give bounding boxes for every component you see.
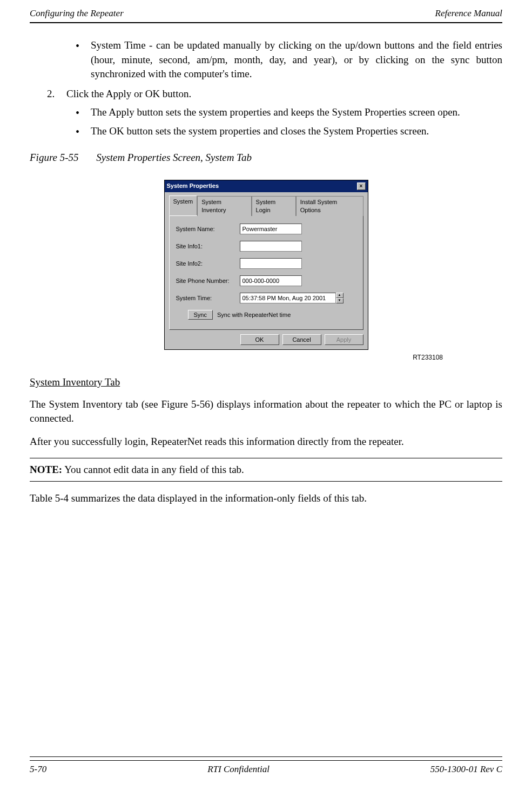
note-text: You cannot edit data in any field of thi… bbox=[62, 464, 244, 475]
step-text: Click the Apply or OK button. bbox=[66, 87, 191, 102]
note-box: NOTE: You cannot edit data in any field … bbox=[30, 458, 502, 482]
label-site-info1: Site Info1: bbox=[176, 242, 240, 251]
label-phone: Site Phone Number: bbox=[176, 277, 240, 285]
footer-page-number: 5-70 bbox=[30, 764, 46, 775]
header-left: Configuring the Repeater bbox=[30, 8, 124, 19]
label-system-name: System Name: bbox=[176, 225, 240, 233]
label-system-time: System Time: bbox=[176, 294, 240, 302]
cancel-button[interactable]: Cancel bbox=[282, 334, 321, 345]
footer-center: RTI Confidential bbox=[207, 764, 270, 775]
page-header: Configuring the Repeater Reference Manua… bbox=[30, 8, 502, 23]
bullet-ok: The OK button sets the system properties… bbox=[76, 124, 502, 139]
bullet-system-time: System Time - can be updated manually by… bbox=[76, 38, 502, 82]
tab-system[interactable]: System bbox=[169, 195, 198, 216]
figure-number: Figure 5-55 bbox=[30, 152, 79, 163]
header-right: Reference Manual bbox=[435, 8, 502, 19]
paragraph-3: Table 5-4 summarizes the data displayed … bbox=[30, 491, 502, 506]
section-heading: System Inventory Tab bbox=[30, 375, 502, 390]
figure-title: System Properties Screen, System Tab bbox=[96, 152, 252, 163]
tab-install-options[interactable]: Install System Options bbox=[296, 196, 363, 217]
apply-button[interactable]: Apply bbox=[325, 334, 363, 345]
phone-input[interactable] bbox=[240, 275, 302, 286]
ok-button[interactable]: OK bbox=[240, 334, 279, 345]
paragraph-1: The System Inventory tab (see Figure 5-5… bbox=[30, 397, 502, 426]
bullet-apply: The Apply button sets the system propert… bbox=[76, 105, 502, 120]
sync-label: Sync with RepeaterNet time bbox=[217, 311, 291, 319]
time-spinner[interactable]: ▲ ▼ bbox=[336, 293, 344, 303]
sync-button[interactable]: Sync bbox=[188, 310, 213, 320]
paragraph-2: After you successfully login, RepeaterNe… bbox=[30, 435, 502, 449]
note-label: NOTE: bbox=[30, 464, 62, 475]
tab-system-inventory[interactable]: System Inventory bbox=[197, 196, 251, 217]
tab-system-login[interactable]: System Login bbox=[252, 196, 296, 217]
system-properties-dialog: System Properties × System System Invent… bbox=[164, 180, 368, 350]
dialog-titlebar[interactable]: System Properties × bbox=[165, 180, 368, 192]
footer-right: 550-1300-01 Rev C bbox=[430, 764, 502, 775]
step-number: 2. bbox=[47, 87, 66, 102]
close-icon[interactable]: × bbox=[357, 182, 366, 190]
site-info2-input[interactable] bbox=[240, 258, 302, 269]
dialog-title: System Properties bbox=[167, 182, 219, 190]
spin-up-icon[interactable]: ▲ bbox=[336, 293, 344, 298]
page-footer: 5-70 RTI Confidential 550-1300-01 Rev C bbox=[30, 760, 502, 775]
footer-rule bbox=[30, 756, 502, 757]
image-id: RT233108 bbox=[30, 353, 443, 362]
step-2: 2. Click the Apply or OK button. bbox=[47, 87, 502, 102]
site-info1-input[interactable] bbox=[240, 241, 302, 252]
system-time-input[interactable] bbox=[240, 293, 336, 303]
figure-caption: Figure 5-55 System Properties Screen, Sy… bbox=[30, 151, 502, 165]
spin-down-icon[interactable]: ▼ bbox=[336, 298, 344, 303]
system-name-input[interactable] bbox=[240, 224, 302, 234]
label-site-info2: Site Info2: bbox=[176, 260, 240, 268]
